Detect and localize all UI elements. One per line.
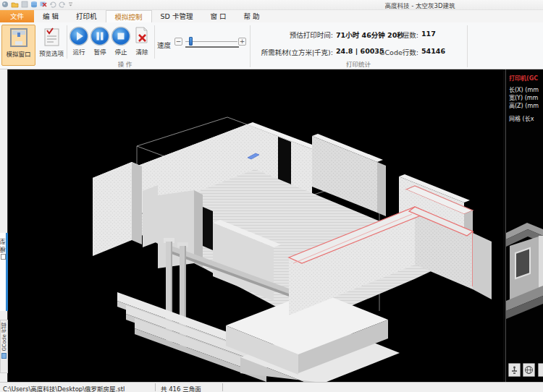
menu-bar: 文件 编 辑 打印机 模拟控制 SD 卡管理 窗 口 帮 助 [0, 10, 543, 22]
menu-file[interactable]: 文件 [0, 10, 34, 22]
file-path: C:\Users\高度科技\Desktop\俄罗斯房屋.stl [3, 384, 125, 392]
speed-slider[interactable] [185, 41, 237, 42]
menu-window[interactable]: 窗 口 [201, 10, 235, 22]
gcode-cube-icon [1, 353, 7, 359]
field-height-z: 高(Z) (mm [509, 101, 539, 109]
play-icon [69, 26, 89, 46]
triangle-count: 共 416 三角面 [161, 384, 201, 392]
printhead-view-button[interactable] [508, 363, 521, 377]
status-bar: C:\Users\高度科技\Desktop\俄罗斯房屋.stl 共 416 三角… [0, 382, 543, 392]
simulation-window-label: 模拟窗口 [2, 49, 35, 58]
database-icon[interactable] [30, 1, 38, 8]
print-time-label: 预估打印时间: [253, 30, 333, 40]
ribbon: 模拟窗口 预览选项 运行 [0, 22, 543, 69]
group-stats-label: 打印统计 [250, 59, 467, 68]
printhead-icon [510, 365, 519, 375]
more-dropdown-icon[interactable] [68, 1, 74, 8]
menu-edit[interactable]: 编 辑 [34, 10, 67, 22]
undo-icon[interactable] [49, 1, 56, 8]
printer-params-panel: 打印机(GC 长(X) (mm 宽(Y) (mm 高(Z) (mm 网格 (长x [506, 69, 543, 382]
grid-sphere-icon [524, 365, 534, 375]
extra-view-button[interactable] [538, 363, 543, 377]
redo-icon[interactable] [59, 1, 66, 8]
model-preview-thumbnail [506, 191, 543, 325]
layers-value: 117 [421, 30, 436, 38]
app-icon [1, 1, 9, 8]
field-width-y: 宽(Y) (mm [509, 93, 538, 101]
run-label: 运行 [69, 47, 89, 56]
app-window: 高度科技 - 太空灰3D建筑 文件 编 辑 打印机 模拟控制 SD 卡管理 窗 … [0, 0, 543, 392]
speed-label: 速度 [157, 40, 171, 50]
speed-slider-groove [185, 46, 239, 48]
layers-label: 层数: [362, 30, 418, 40]
pause-icon [90, 26, 110, 46]
menu-sdcard[interactable]: SD 卡管理 [152, 10, 202, 22]
tab-model[interactable]: 模 型 [0, 233, 8, 311]
gcode-lines-label: GCode行数: [353, 47, 418, 57]
menu-help[interactable]: 帮 助 [235, 10, 268, 22]
preview-checklist-icon [42, 26, 61, 48]
gcode-lines-value: 54146 [421, 47, 445, 55]
tab-model-label: 模 型 [0, 239, 7, 252]
printer-params-title: 打印机(GC [509, 74, 538, 82]
tab-gcode-label: GCode 代码 [1, 323, 8, 351]
main-area: 模 型 GCode 代码 [0, 69, 543, 382]
grid-sphere-button[interactable] [523, 363, 535, 377]
stop-label: 停止 [111, 47, 131, 56]
left-tab-strip: 模 型 GCode 代码 [0, 69, 8, 382]
quick-access-toolbar [1, 1, 74, 8]
save-icon[interactable] [21, 1, 28, 8]
printer-3d-icon [9, 27, 28, 48]
speed-plus-button[interactable]: + [238, 38, 246, 46]
viewport-3d[interactable] [9, 69, 503, 382]
field-grid: 网格 (长x [509, 114, 534, 122]
menu-simulation-control[interactable]: 模拟控制 [106, 10, 152, 22]
speed-slider-thumb[interactable] [189, 37, 193, 46]
delete-database-icon[interactable] [40, 1, 47, 8]
window-title: 高度科技 - 太空灰3D建筑 [362, 1, 478, 9]
menu-printer[interactable]: 打印机 [67, 10, 106, 22]
stop-icon [111, 26, 131, 46]
clear-icon [132, 26, 151, 46]
preview-options-label: 预览选项 [38, 48, 65, 57]
pause-label: 暂停 [90, 47, 110, 56]
material-label: 所需耗材(立方米|千克): [252, 47, 333, 57]
clear-label: 清除 [132, 47, 152, 56]
building-model-render [9, 69, 503, 382]
field-length-x: 长(X) (mm [509, 85, 539, 93]
open-folder-icon[interactable] [11, 1, 19, 8]
speed-minus-button[interactable]: − [174, 38, 182, 46]
title-bar: 高度科技 - 太空灰3D建筑 [0, 0, 543, 10]
group-operation-label: 操 作 [0, 59, 250, 68]
tab-gcode[interactable]: GCode 代码 [0, 320, 8, 373]
document-icon [1, 254, 6, 260]
